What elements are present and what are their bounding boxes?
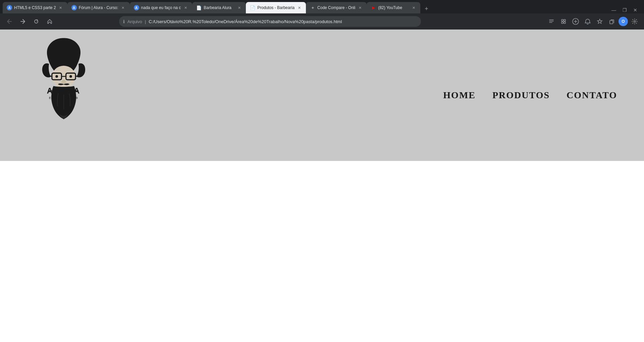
svg-rect-3 <box>564 22 566 23</box>
tab-title-6: Code Compare - Onli <box>317 5 355 10</box>
tab-favicon-6: ✦ <box>310 5 315 10</box>
tab-close-6[interactable]: ✕ <box>357 5 363 10</box>
tab-close-3[interactable]: ✕ <box>183 5 188 10</box>
tab-produtos[interactable]: 📄 Produtos - Barbearia ✕ <box>246 2 306 13</box>
reload-button[interactable] <box>31 16 42 27</box>
logo-svg: ALURA ESTD 2019 <box>27 36 101 154</box>
address-separator: | <box>145 19 146 24</box>
nav-home[interactable]: HOME <box>443 90 476 101</box>
svg-point-13 <box>55 75 58 78</box>
tab-close-4[interactable]: ✕ <box>236 5 242 10</box>
close-button[interactable]: ✕ <box>632 7 639 13</box>
tab-youtube[interactable]: ▶ (82) YouTube ✕ <box>367 2 420 13</box>
tab-title-1: HTML5 e CSS3 parte 2 <box>14 5 56 10</box>
settings-button[interactable] <box>629 16 640 27</box>
tab-code-compare[interactable]: ✦ Code Compare - Onli ✕ <box>306 2 367 13</box>
profile-avatar[interactable]: O <box>619 17 628 26</box>
svg-rect-0 <box>561 19 563 21</box>
protocol-label: Arquivo <box>127 19 142 24</box>
browser-chrome: A HTML5 e CSS3 parte 2 ✕ A Fórum | Alura… <box>0 0 644 30</box>
svg-point-14 <box>69 75 72 78</box>
tab-close-2[interactable]: ✕ <box>120 5 126 10</box>
security-icon: ℹ <box>123 19 125 24</box>
maximize-button[interactable]: ❐ <box>621 7 628 13</box>
tab-title-7: (82) YouTube <box>378 5 409 10</box>
svg-rect-1 <box>564 19 566 21</box>
new-tab-button[interactable]: + <box>422 4 431 13</box>
tab-title-2: Fórum | Alura - Curso: <box>79 5 118 10</box>
address-input[interactable]: ℹ Arquivo | C:/Users/Otávio%20R.%20Toled… <box>119 16 421 27</box>
tab-favicon-1: A <box>7 5 12 10</box>
address-bar: ℹ Arquivo | C:/Users/Otávio%20R.%20Toled… <box>0 13 644 30</box>
notifications-button[interactable] <box>582 16 593 27</box>
tab-close-7[interactable]: ✕ <box>411 5 416 10</box>
tab-html5[interactable]: A HTML5 e CSS3 parte 2 ✕ <box>3 2 67 13</box>
tab-title-3: nada que eu faço na c <box>141 5 181 10</box>
tab-favicon-5: 📄 <box>250 5 255 10</box>
window-controls: — ❐ ✕ <box>610 7 641 13</box>
tab-close-1[interactable]: ✕ <box>58 5 63 10</box>
collections-button[interactable] <box>606 16 617 27</box>
svg-point-6 <box>634 21 635 22</box>
nav-contato[interactable]: CONTATO <box>567 90 617 101</box>
tab-favicon-7: ▶ <box>371 5 376 10</box>
tab-close-5[interactable]: ✕ <box>297 5 302 10</box>
tab-title-5: Produtos - Barbearia <box>257 5 294 10</box>
main-content <box>0 161 644 342</box>
extensions-button[interactable] <box>558 16 569 27</box>
tab-forum[interactable]: A Fórum | Alura - Curso: ✕ <box>67 2 130 13</box>
nav-menu: HOME PRODUTOS CONTATO <box>443 90 617 101</box>
toolbar-icons: O <box>546 16 640 27</box>
nav-produtos[interactable]: PRODUTOS <box>492 90 550 101</box>
site-header: ALURA ESTD 2019 HOME PRODU <box>0 30 644 161</box>
home-button[interactable] <box>44 16 55 27</box>
back-button[interactable] <box>4 16 15 27</box>
page-content: ALURA ESTD 2019 HOME PRODU <box>0 30 644 342</box>
minimize-button[interactable]: — <box>610 7 617 13</box>
forward-button[interactable] <box>17 16 28 27</box>
read-mode-button[interactable] <box>546 16 557 27</box>
add-button[interactable] <box>570 16 581 27</box>
tab-favicon-3: A <box>134 5 139 10</box>
tab-favicon-4: 📄 <box>196 5 202 10</box>
favorites-button[interactable] <box>594 16 605 27</box>
tab-nada[interactable]: A nada que eu faço na c ✕ <box>130 2 193 13</box>
tab-title-4: Barbearia Alura <box>204 5 234 10</box>
tab-barbearia[interactable]: 📄 Barbearia Alura ✕ <box>192 2 246 13</box>
url-text: C:/Users/Otávio%20R.%20Toledo/OneDrive/Á… <box>149 19 417 24</box>
tab-bar: A HTML5 e CSS3 parte 2 ✕ A Fórum | Alura… <box>0 0 644 13</box>
svg-rect-5 <box>610 20 613 24</box>
tab-favicon-2: A <box>71 5 77 10</box>
svg-rect-2 <box>561 22 563 23</box>
logo-container: ALURA ESTD 2019 <box>27 36 101 154</box>
